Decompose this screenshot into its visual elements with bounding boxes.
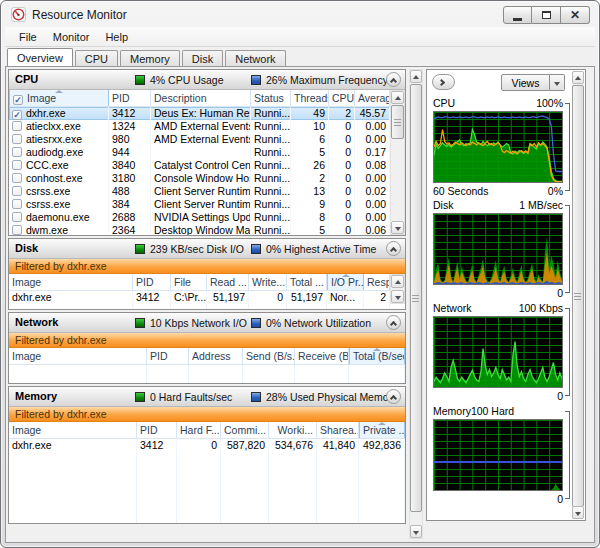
network-column-header[interactable]: Send (B/s... (243, 348, 295, 364)
maximize-button[interactable] (532, 6, 561, 24)
memory-column-header[interactable]: Commi... (221, 422, 269, 438)
cpu-column-header[interactable]: Averag... (355, 90, 390, 106)
disk-table-scrollbar[interactable] (390, 274, 405, 304)
row-checkbox[interactable] (12, 199, 22, 209)
minimize-button[interactable] (503, 6, 532, 24)
network-column-header[interactable]: Total (B/sec) (349, 348, 405, 364)
memory-column-header[interactable]: Hard F... (177, 422, 221, 438)
disk-column-header[interactable]: Image (9, 274, 133, 290)
disk-column-header[interactable]: I/O Pr... (327, 274, 364, 290)
cpu-table-row[interactable]: dwm.exe2364Desktop Window Ma...Runni...5… (9, 224, 405, 235)
row-checkbox[interactable] (12, 186, 22, 196)
cpu-table-row[interactable]: CCC.exe3840Catalyst Control Cent...Runni… (9, 159, 405, 172)
menu-file[interactable]: File (11, 29, 45, 45)
row-checkbox[interactable] (12, 225, 22, 235)
cpu-column-header[interactable]: Description (151, 90, 251, 106)
disk-column-header[interactable]: Total ... (287, 274, 327, 290)
network-column-header[interactable]: Receive (B... (295, 348, 349, 364)
tab-overview[interactable]: Overview (7, 48, 73, 66)
scroll-down-icon[interactable] (391, 290, 404, 303)
network-column-header[interactable]: Image (9, 348, 147, 364)
views-button[interactable]: Views (501, 74, 565, 91)
network-column-header[interactable]: Address (189, 348, 243, 364)
views-dropdown-arrow[interactable] (550, 74, 565, 91)
cpu-table-row[interactable]: atieclxx.exe1324AMD External Events ...R… (9, 120, 405, 133)
network-collapse-button[interactable] (386, 315, 401, 330)
tab-network[interactable]: Network (225, 50, 285, 67)
tab-cpu[interactable]: CPU (75, 50, 118, 67)
disk-collapse-button[interactable] (386, 241, 401, 256)
memory-table-row[interactable]: dxhr.exe34120587,820534,67641,840492,836 (9, 439, 405, 452)
sort-ascending-icon (373, 348, 381, 351)
disk-column-header[interactable]: Read ... (207, 274, 249, 290)
disk-column-header[interactable]: Write... (249, 274, 287, 290)
memory-column-header[interactable]: Worki... (269, 422, 317, 438)
disk-column-header[interactable]: Resp... (364, 274, 390, 290)
cpu-section-header[interactable]: CPU 4% CPU Usage 26% Maximum Frequency (9, 70, 405, 90)
network-column-header[interactable]: PID (147, 348, 189, 364)
title-bar[interactable]: Resource Monitor ✕ (1, 1, 599, 27)
disk-table-row[interactable]: dxhr.exe3412C:\Pr...51,197051,197Nor...2 (9, 291, 405, 304)
row-checkbox[interactable] (12, 212, 22, 222)
row-checkbox[interactable] (12, 160, 22, 170)
network-section-header[interactable]: Network 10 Kbps Network I/O 0% Network U… (9, 313, 405, 333)
row-checkbox[interactable] (12, 173, 22, 183)
menu-help[interactable]: Help (97, 29, 136, 45)
scroll-up-icon[interactable] (391, 275, 404, 288)
cpu-table-row[interactable]: csrss.exe488Client Server Runtime ...Run… (9, 185, 405, 198)
views-button-label[interactable]: Views (501, 74, 550, 91)
memory-column-header[interactable]: Image (9, 422, 137, 438)
scrollbar-thumb[interactable] (391, 105, 404, 139)
disk-column-header[interactable]: PID (133, 274, 171, 290)
scroll-down-icon[interactable] (410, 525, 422, 538)
cpu-table-row[interactable]: daemonu.exe2688NVIDIA Settings Upda...Ru… (9, 211, 405, 224)
cpu-column-header[interactable]: PID (109, 90, 151, 106)
cpu-table-row[interactable]: atiesrxx.exe980AMD External Events ...Ru… (9, 133, 405, 146)
row-checkbox[interactable]: ✓ (12, 110, 22, 120)
menu-monitor[interactable]: Monitor (45, 29, 98, 45)
cpu-table-row[interactable]: conhost.exe3180Console Window HostRunni.… (9, 172, 405, 185)
cpu-table-row[interactable]: audiodg.exe944Runni...500.17 (9, 146, 405, 159)
row-checkbox[interactable] (12, 121, 22, 131)
memory-column-header[interactable]: Private ... (359, 422, 405, 438)
select-all-checkbox[interactable]: ✓ (13, 95, 23, 105)
close-button[interactable]: ✕ (561, 6, 590, 24)
scroll-down-icon[interactable] (572, 506, 584, 519)
collapse-graphs-button[interactable] (432, 74, 455, 90)
overview-content: CPU 4% CPU Usage 26% Maximum Frequency ✓… (5, 66, 595, 543)
memory-collapse-button[interactable] (386, 389, 401, 404)
cpu-column-header[interactable]: Status (251, 90, 291, 106)
scrollbar-thumb[interactable] (410, 84, 422, 512)
cell: 384 (109, 198, 151, 211)
cell: Runni... (251, 172, 291, 185)
memory-column-header[interactable]: Sharea... (317, 422, 359, 438)
scroll-up-icon[interactable] (391, 91, 404, 104)
scroll-down-icon[interactable] (391, 221, 404, 234)
row-checkbox[interactable] (12, 134, 22, 144)
cpu-table-scrollbar[interactable] (390, 90, 405, 235)
scroll-up-icon[interactable] (572, 71, 584, 84)
cpu-graph (433, 111, 563, 183)
cpu-column-header[interactable]: CPU (329, 90, 355, 106)
cpu-table-row[interactable]: csrss.exe384Client Server Runtime ...Run… (9, 198, 405, 211)
left-panel-scrollbar[interactable] (409, 69, 423, 539)
cell: 587,820 (221, 439, 269, 452)
tab-memory[interactable]: Memory (120, 50, 180, 67)
disk-section-header[interactable]: Disk 239 KB/sec Disk I/O 0% Highest Acti… (9, 239, 405, 259)
row-checkbox[interactable] (12, 147, 22, 157)
scroll-up-icon[interactable] (410, 70, 422, 83)
cpu-column-header[interactable]: Threads (291, 90, 329, 106)
cell: ✓dxhr.exe (9, 107, 109, 120)
memory-section-header[interactable]: Memory 0 Hard Faults/sec 28% Used Physic… (9, 387, 405, 407)
cpu-column-header[interactable]: ✓Image (9, 90, 109, 106)
tab-disk[interactable]: Disk (182, 50, 223, 67)
max-frequency-label: 26% Maximum Frequency (266, 74, 388, 86)
disk-column-header[interactable]: File (171, 274, 207, 290)
scrollbar-thumb[interactable] (572, 85, 584, 507)
cell: 0.00 (355, 120, 390, 133)
cpu-collapse-button[interactable] (386, 72, 401, 87)
graphs-panel-scrollbar[interactable] (572, 71, 584, 519)
cell: C:\Pr... (171, 291, 207, 304)
memory-column-header[interactable]: PID (137, 422, 177, 438)
cpu-table-row[interactable]: ✓dxhr.exe3412Deus Ex: Human Revo...Runni… (9, 107, 405, 120)
